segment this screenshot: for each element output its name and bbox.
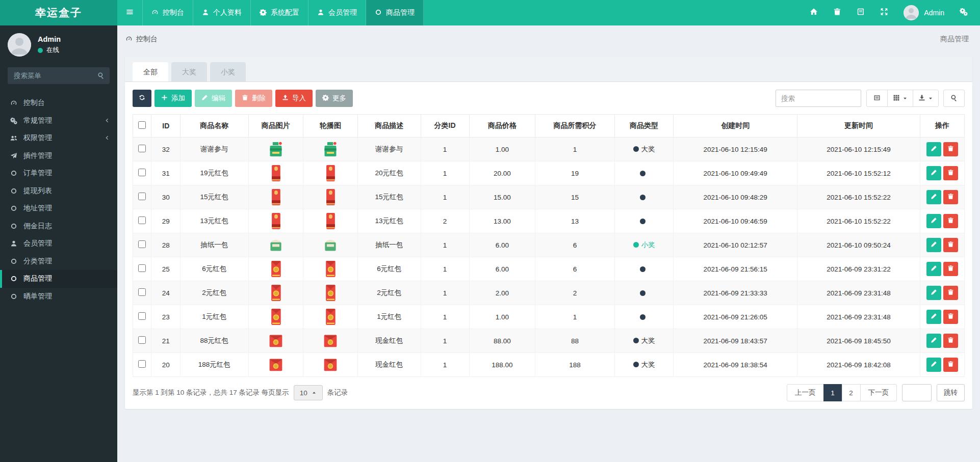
- navbar-user[interactable]: Admin: [904, 5, 944, 20]
- product-image-red-envelope-square[interactable]: [323, 361, 338, 368]
- delete-row-button[interactable]: [943, 190, 958, 204]
- product-image-green-box[interactable]: [323, 145, 338, 153]
- nav-item-控制台[interactable]: 控制台: [143, 0, 193, 25]
- sidebar-item-地址管理[interactable]: 地址管理: [0, 200, 117, 218]
- export-button[interactable]: [913, 90, 939, 107]
- product-image-tissue[interactable]: [323, 241, 338, 249]
- detail-view-button[interactable]: [866, 90, 888, 107]
- row-checkbox[interactable]: [138, 240, 146, 248]
- sidebar-item-会员管理[interactable]: 会员管理: [0, 235, 117, 253]
- product-image-red-envelope-square[interactable]: [268, 361, 283, 368]
- page-button-2[interactable]: 2: [842, 384, 861, 401]
- sidebar-item-权限管理[interactable]: 权限管理: [0, 129, 117, 147]
- settings-button[interactable]: [960, 8, 968, 18]
- row-checkbox[interactable]: [138, 264, 146, 272]
- product-image-red-envelope-gold[interactable]: [323, 313, 338, 320]
- product-image-red-envelope-square[interactable]: [268, 337, 283, 344]
- brand-logo[interactable]: 幸运盒子: [0, 0, 117, 25]
- add-button[interactable]: 添加: [154, 90, 192, 107]
- delete-row-button[interactable]: [943, 310, 958, 324]
- expand-button[interactable]: [880, 8, 888, 18]
- sidebar-item-晒单管理[interactable]: 晒单管理: [0, 288, 117, 306]
- delete-row-button[interactable]: [943, 358, 958, 372]
- edit-row-button[interactable]: [926, 334, 941, 348]
- delete-row-button[interactable]: [943, 166, 958, 180]
- product-image-green-box[interactable]: [268, 145, 283, 153]
- delete-row-button[interactable]: [943, 238, 958, 252]
- row-checkbox[interactable]: [138, 312, 146, 320]
- product-image-red-envelope-gold[interactable]: [323, 265, 338, 273]
- edit-row-button[interactable]: [926, 238, 941, 252]
- jump-button[interactable]: 跳转: [937, 384, 965, 401]
- product-image-red-envelope[interactable]: [323, 193, 338, 201]
- delete-row-button[interactable]: [943, 286, 958, 300]
- edit-row-button[interactable]: [926, 214, 941, 228]
- type-dot-icon: [633, 242, 639, 248]
- product-image-red-envelope[interactable]: [268, 169, 283, 177]
- sidebar-item-商品管理[interactable]: 商品管理: [0, 270, 117, 288]
- tab-大奖[interactable]: 大奖: [171, 62, 207, 81]
- edit-row-button[interactable]: [926, 190, 941, 204]
- row-checkbox[interactable]: [138, 145, 146, 152]
- sidebar-item-订单管理[interactable]: 订单管理: [0, 165, 117, 182]
- sidebar-toggle-button[interactable]: [117, 0, 143, 25]
- columns-button[interactable]: [887, 90, 913, 107]
- select-all-checkbox[interactable]: [138, 121, 146, 129]
- search-button[interactable]: [943, 90, 965, 107]
- page-size-select[interactable]: 10: [294, 385, 323, 400]
- product-image-red-envelope[interactable]: [268, 217, 283, 225]
- row-checkbox[interactable]: [138, 360, 146, 368]
- breadcrumb[interactable]: 控制台: [125, 35, 158, 44]
- nav-item-商品管理[interactable]: 商品管理: [366, 0, 424, 25]
- product-image-red-envelope-gold[interactable]: [323, 289, 338, 296]
- refresh-button[interactable]: [133, 90, 151, 107]
- table-search-input[interactable]: [776, 90, 861, 107]
- product-image-red-envelope[interactable]: [268, 193, 283, 201]
- nav-item-个人资料[interactable]: 个人资料: [193, 0, 251, 25]
- product-image-red-envelope-gold[interactable]: [268, 313, 283, 320]
- more-button[interactable]: 更多: [316, 90, 353, 107]
- sidebar-search-input[interactable]: [8, 67, 110, 84]
- delete-row-button[interactable]: [943, 262, 958, 276]
- edit-row-button[interactable]: [926, 166, 941, 180]
- delete-button[interactable]: 删除: [235, 90, 272, 107]
- sidebar-item-常规管理[interactable]: 常规管理: [0, 112, 117, 130]
- delete-row-button[interactable]: [943, 142, 958, 156]
- sidebar-item-佣金日志[interactable]: 佣金日志: [0, 218, 117, 235]
- edit-row-button[interactable]: [926, 142, 941, 156]
- edit-row-button[interactable]: [926, 262, 941, 276]
- product-image-tissue[interactable]: [268, 241, 283, 249]
- tab-小奖[interactable]: 小奖: [210, 62, 246, 81]
- nav-item-系统配置[interactable]: 系统配置: [251, 0, 308, 25]
- tab-全部[interactable]: 全部: [133, 62, 168, 81]
- prev-page-button[interactable]: 上一页: [787, 384, 824, 401]
- row-checkbox[interactable]: [138, 336, 146, 344]
- delete-row-button[interactable]: [943, 214, 958, 228]
- edit-row-button[interactable]: [926, 286, 941, 300]
- book-button[interactable]: [857, 8, 865, 18]
- sidebar-item-分类管理[interactable]: 分类管理: [0, 253, 117, 270]
- jump-page-input[interactable]: [902, 384, 932, 401]
- product-image-red-envelope[interactable]: [323, 169, 338, 177]
- row-checkbox[interactable]: [138, 193, 146, 200]
- edit-row-button[interactable]: [926, 310, 941, 324]
- next-page-button[interactable]: 下一页: [860, 384, 897, 401]
- delete-row-button[interactable]: [943, 334, 958, 348]
- row-checkbox[interactable]: [138, 169, 146, 176]
- product-image-red-envelope[interactable]: [323, 217, 338, 225]
- trash-button[interactable]: [833, 8, 841, 18]
- page-button-1[interactable]: 1: [823, 384, 842, 401]
- edit-button[interactable]: 编辑: [195, 90, 232, 107]
- product-image-red-envelope-square[interactable]: [323, 337, 338, 344]
- nav-item-会员管理[interactable]: 会员管理: [308, 0, 366, 25]
- sidebar-item-提现列表[interactable]: 提现列表: [0, 182, 117, 200]
- sidebar-item-控制台[interactable]: 控制台: [0, 94, 117, 112]
- row-checkbox[interactable]: [138, 216, 146, 224]
- edit-row-button[interactable]: [926, 358, 941, 372]
- sidebar-item-插件管理[interactable]: 插件管理: [0, 147, 117, 165]
- row-checkbox[interactable]: [138, 288, 146, 296]
- import-button[interactable]: 导入: [275, 90, 313, 107]
- product-image-red-envelope-gold[interactable]: [268, 265, 283, 273]
- product-image-red-envelope-gold[interactable]: [268, 289, 283, 296]
- home-button[interactable]: [810, 8, 818, 18]
